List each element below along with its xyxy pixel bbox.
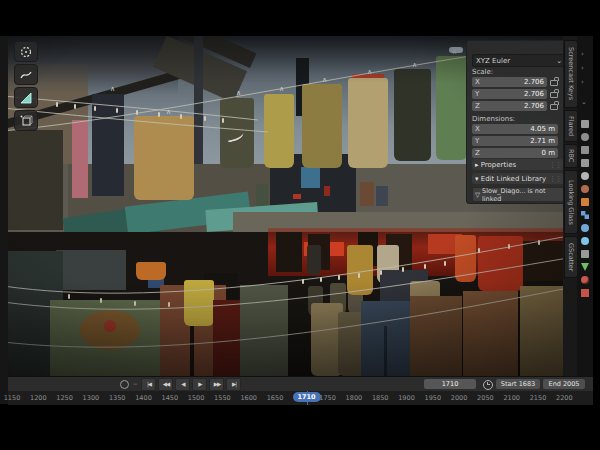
letterbox-top (0, 0, 600, 36)
clothespin (168, 302, 170, 307)
end-value: 2005 (563, 380, 580, 388)
axis-row: X4.05 m (472, 124, 558, 134)
khaki-shirt-3 (520, 286, 563, 376)
axis-row: Z0 m (472, 148, 558, 158)
dark-top-right (523, 241, 563, 281)
grey-green-cloth (240, 285, 288, 376)
object-data-icon[interactable] (581, 263, 589, 271)
edit-linked-library-header[interactable]: ▾ Edit Linked Library ⋮⋮ (472, 173, 564, 184)
unlock-icon[interactable] (550, 92, 558, 98)
frame-tick-label: 2100 (503, 394, 520, 402)
grey-cloth-left (56, 250, 126, 290)
expand-chevron-icon[interactable]: › (581, 64, 584, 72)
jeans-seam (384, 326, 387, 376)
z-value-field[interactable]: Z0 m (472, 148, 558, 158)
auto-keying-icon[interactable] (120, 380, 129, 389)
properties-panel-header[interactable]: ▸ Properties ⋮⋮ (472, 159, 564, 170)
linked-library-status-row[interactable]: ▽ Slow_Diago... is not linked (472, 187, 564, 202)
alley-light-2 (324, 186, 330, 196)
scale-label: Scale: (472, 68, 558, 76)
x-value-field[interactable]: X4.05 m (472, 124, 558, 134)
x-value-field[interactable]: X2.706 (472, 77, 547, 87)
expand-chevron-icon[interactable]: › (581, 50, 584, 58)
annotate-tool[interactable] (14, 64, 38, 85)
alley-light-1 (293, 194, 301, 199)
physics-icon[interactable] (581, 237, 589, 245)
measure-tool[interactable] (14, 87, 38, 108)
properties-panel-label: Properties (481, 161, 516, 169)
select-circle-tool[interactable] (14, 41, 38, 62)
start-frame-field[interactable]: Start 1683 (496, 379, 540, 389)
expand-arrow-icon: ▸ (475, 161, 479, 169)
linked-object-icon: ▽ (475, 191, 480, 199)
tab-looking-glass[interactable]: Looking Glass (564, 170, 578, 234)
clothespin (158, 112, 160, 117)
frame-tick-label: 1550 (214, 394, 231, 402)
hanger-hook-icon: ∧ (279, 86, 284, 92)
tab-rbc[interactable]: RBC (564, 144, 578, 168)
clock-icon[interactable] (483, 380, 493, 390)
modifiers-icon[interactable] (581, 211, 589, 219)
frame-tick-label: 1250 (56, 394, 73, 402)
tab-gscatter[interactable]: GScatter (564, 236, 578, 278)
editor-type-icon[interactable]: ⌄ (581, 98, 587, 106)
current-frame-badge[interactable]: 1710 (293, 392, 321, 402)
material-icon[interactable] (581, 276, 589, 284)
frame-tick-label: 2200 (556, 394, 573, 402)
hanger-hook-icon: ∧ (412, 62, 417, 68)
previous-keyframe-button[interactable]: ◀◀ (158, 378, 173, 391)
jump-to-end-button[interactable]: ▶| (226, 378, 241, 391)
output-icon[interactable] (581, 146, 589, 154)
red-silhouette-1 (276, 232, 302, 272)
expand-chevron-icon[interactable]: › (581, 78, 584, 86)
clothespin (74, 104, 76, 109)
play-button[interactable]: ▶ (192, 378, 207, 391)
scene-icon[interactable] (581, 172, 589, 180)
left-hanging-dark (8, 130, 63, 230)
clothespin (508, 244, 510, 249)
current-frame-field[interactable]: 1710 (424, 379, 476, 389)
render-icon[interactable] (581, 133, 589, 141)
yellow-shirt (184, 280, 214, 326)
jump-to-start-button[interactable]: |◀ (141, 378, 156, 391)
unlock-icon[interactable] (550, 104, 558, 110)
tab-screencast-keys[interactable]: Screencast Keys (564, 40, 578, 108)
timeline-ruler[interactable]: 1150120012501300135014001450150015501600… (8, 391, 593, 405)
mustard-shirt (134, 116, 194, 200)
y-value-field[interactable]: Y2.71 m (472, 136, 558, 146)
letterbox-bottom (0, 404, 600, 450)
frame-tick-label: 1300 (83, 394, 100, 402)
rotation-mode-dropdown[interactable]: XYZ Euler ⌄ (472, 54, 566, 67)
y-value-field[interactable]: Y2.706 (472, 89, 547, 99)
constraints-icon[interactable] (581, 250, 589, 258)
mustard-tank (347, 245, 373, 295)
drag-dots-icon: ⋮⋮ (549, 175, 561, 183)
world-icon[interactable] (581, 185, 589, 193)
blender-window: ∧∧∧∧∧∧∧∧ XYZ Euler ⌄ Scale: X2.706Y2.706… (0, 0, 600, 450)
particles-icon[interactable] (581, 224, 589, 232)
frame-tick-label: 1200 (30, 394, 47, 402)
frame-tick-label: 1650 (267, 394, 284, 402)
right-edge-strip (593, 36, 600, 404)
clothespin (402, 267, 404, 272)
texture-icon[interactable] (581, 289, 589, 297)
z-value-field[interactable]: Z2.706 (472, 101, 547, 111)
end-frame-field[interactable]: End 2005 (543, 379, 585, 389)
hanger-hook-icon: ∧ (110, 86, 115, 92)
rotation-mode-value: XYZ Euler (476, 57, 510, 65)
clothespin (380, 270, 382, 275)
frame-tick-label: 1800 (346, 394, 363, 402)
scale-rows: X2.706Y2.706Z2.706 (472, 77, 558, 113)
object-icon[interactable] (581, 198, 589, 206)
view-layer-icon[interactable] (581, 159, 589, 167)
tool-icon[interactable] (581, 120, 589, 128)
clothespin (94, 106, 96, 111)
add-cube-tool[interactable] (14, 110, 38, 131)
alley-sign (301, 167, 320, 188)
tab-flared[interactable]: Flared (564, 110, 578, 142)
unlock-icon[interactable] (550, 80, 558, 86)
axis-row: Y2.706 (472, 89, 558, 99)
previous-frame-button[interactable]: ◀ (175, 378, 190, 391)
navy-cloth (92, 94, 124, 196)
next-keyframe-button[interactable]: ▶▶ (209, 378, 224, 391)
